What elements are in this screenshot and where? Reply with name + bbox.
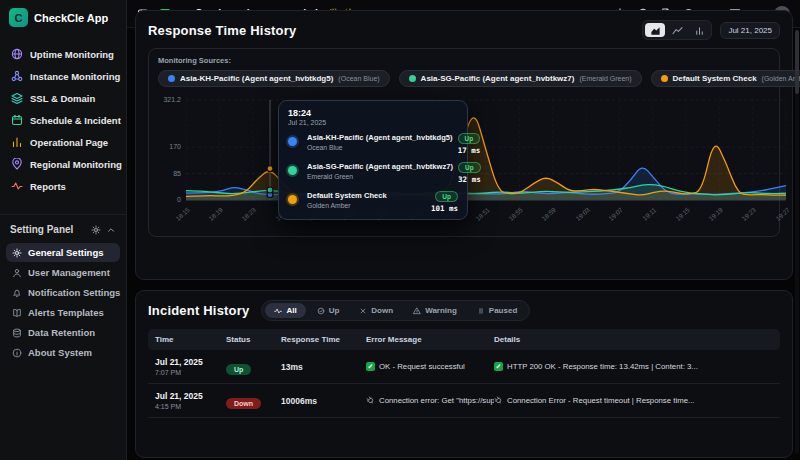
x-tick-label: 18:19 [207, 206, 224, 222]
check-icon: ✓ [366, 362, 375, 371]
column-header: Status [226, 335, 281, 344]
filter-label: Paused [489, 306, 517, 315]
incident-details: Connection Error - Request timeout | Res… [494, 396, 773, 405]
warning-icon [413, 307, 421, 315]
x-tick-label: 18:23 [241, 206, 258, 222]
chart-tooltip: 18:24 Jul 21, 2025 Asia-KH-Pacific (Agen… [278, 100, 468, 220]
sidebar-item-regional-monitoring[interactable]: Regional Monitoring [6, 154, 120, 174]
filter-up[interactable]: Up [308, 303, 349, 318]
response-card-title: Response Time History [148, 23, 296, 38]
tooltip-series-name: Asia-KH-Pacific (Agent agent_hvbtkdg5) [307, 133, 453, 142]
incident-table-header: TimeStatusResponse TimeError MessageDeta… [148, 329, 780, 350]
series-color-dot [288, 195, 297, 204]
source-name: Asia-SG-Pacific (Agent agent_hvbtkwz7) [421, 74, 575, 83]
status-badge: Up [226, 364, 251, 375]
filter-all[interactable]: All [265, 303, 305, 318]
y-tick-label: 321.2 [163, 96, 181, 103]
bars-chart-button[interactable] [689, 23, 709, 37]
book-icon [12, 308, 22, 318]
incident-date: Jul 21, 2025 [155, 391, 226, 401]
x-icon [359, 307, 367, 315]
tooltip-series-color: Emerald Green [307, 173, 453, 180]
settings-item-notification-settings[interactable]: Notification Settings [6, 283, 120, 302]
settings-item-label: Notification Settings [28, 287, 120, 298]
incident-time: 7:07 PM [155, 369, 226, 376]
plug-icon [494, 396, 505, 405]
sidebar-item-ssl-domain[interactable]: SSL & Domain [6, 88, 120, 108]
app-title: CheckCle App [34, 12, 108, 24]
settings-item-data-retention[interactable]: Data Retention [6, 323, 120, 342]
chart-panel: Monitoring Sources: Asia-KH-Pacific (Age… [148, 48, 780, 237]
filter-warning[interactable]: Warning [404, 303, 466, 318]
network-icon [11, 70, 23, 82]
source-pill[interactable]: Asia-KH-Pacific (Agent agent_hvbtkdg5)(O… [158, 70, 390, 87]
sidebar-item-label: SSL & Domain [30, 93, 95, 104]
series-color-dot [288, 137, 297, 146]
plug-icon [366, 396, 377, 405]
settings-item-general-settings[interactable]: General Settings [6, 243, 120, 262]
source-color-dot [661, 75, 668, 82]
date-picker-chip[interactable]: Jul 21, 2025 [720, 22, 780, 39]
area-chart-button[interactable] [645, 23, 665, 37]
map-pin-icon [11, 158, 23, 170]
source-pill[interactable]: Default System Check(Golden Amber) [651, 70, 800, 87]
chart-plot [186, 100, 786, 200]
x-tick-label: 19:19 [707, 206, 724, 222]
filter-label: All [286, 306, 296, 315]
incident-row[interactable]: Jul 21, 20254:15 PMDown10006msConnection… [148, 384, 780, 418]
incident-table: TimeStatusResponse TimeError MessageDeta… [148, 329, 780, 418]
column-header: Error Message [366, 335, 494, 344]
gear-icon [91, 225, 101, 235]
tooltip-entry: Asia-KH-Pacific (Agent agent_hvbtkdg5)Oc… [288, 133, 458, 155]
sidebar-item-label: Regional Monitoring [30, 159, 122, 170]
scrollbar[interactable] [795, 30, 799, 454]
settings-panel-header[interactable]: Setting Panel [0, 214, 126, 241]
chevron-up-icon[interactable] [106, 225, 116, 235]
status-badge: Up [458, 162, 481, 173]
incident-filters: AllUpDownWarningPaused [261, 300, 530, 321]
incident-error-message: ✓OK - Request successful [366, 362, 494, 371]
incident-response-time: 13ms [281, 362, 366, 372]
incident-date: Jul 21, 2025 [155, 357, 226, 367]
check-circle-icon [317, 307, 325, 315]
incident-response-time: 10006ms [281, 396, 366, 406]
sidebar-item-schedule-incident[interactable]: Schedule & Incident [6, 110, 120, 130]
app-logo-icon: C [9, 8, 28, 27]
response-time-chart[interactable]: 085170321.2 18:24 Jul 21, 2025 Asia-KH-P… [158, 100, 770, 232]
x-tick-label: 19:03 [574, 206, 591, 222]
settings-item-about-system[interactable]: About System [6, 343, 120, 362]
calendar-icon [11, 114, 23, 126]
settings-item-alerts-templates[interactable]: Alerts Templates [6, 303, 120, 322]
database-icon [12, 328, 22, 338]
x-tick-label: 19:11 [641, 206, 657, 222]
column-header: Response Time [281, 335, 366, 344]
source-pill[interactable]: Asia-SG-Pacific (Agent agent_hvbtkwz7)(E… [399, 70, 642, 87]
sidebar-item-instance-monitoring[interactable]: Instance Monitoring [6, 66, 120, 86]
activity-icon [274, 307, 282, 315]
y-tick-label: 170 [169, 143, 181, 150]
filter-paused[interactable]: Paused [468, 303, 526, 318]
source-color-dot [168, 75, 175, 82]
line-chart-button[interactable] [667, 23, 687, 37]
source-color-label: (Emerald Green) [579, 75, 631, 82]
x-tick-label: 19:15 [674, 206, 691, 222]
filter-label: Warning [425, 306, 457, 315]
filter-down[interactable]: Down [350, 303, 402, 318]
sidebar-item-operational-page[interactable]: Operational Page [6, 132, 120, 152]
incident-row[interactable]: Jul 21, 20257:07 PMUp13ms✓OK - Request s… [148, 350, 780, 384]
y-tick-label: 0 [177, 196, 181, 203]
tooltip-entry: Asia-SG-Pacific (Agent agent_hvbtkwz7)Em… [288, 162, 458, 184]
chart-type-toggle [642, 20, 712, 40]
settings-item-user-management[interactable]: User Management [6, 263, 120, 282]
sidebar-item-uptime-monitoring[interactable]: Uptime Monitoring [6, 44, 120, 64]
filter-label: Up [329, 306, 340, 315]
app-root: C CheckCle App Uptime MonitoringInstance… [0, 0, 800, 460]
x-tick-label: 18:51 [474, 206, 491, 222]
series-color-dot [288, 166, 297, 175]
sidebar-item-reports[interactable]: Reports [6, 176, 120, 196]
tooltip-value: 101 ms [431, 204, 458, 213]
tooltip-series-color: Ocean Blue [307, 144, 453, 151]
app-logo[interactable]: C CheckCle App [0, 0, 126, 36]
scrollbar-thumb[interactable] [795, 30, 799, 94]
source-color-label: (Ocean Blue) [338, 75, 379, 82]
